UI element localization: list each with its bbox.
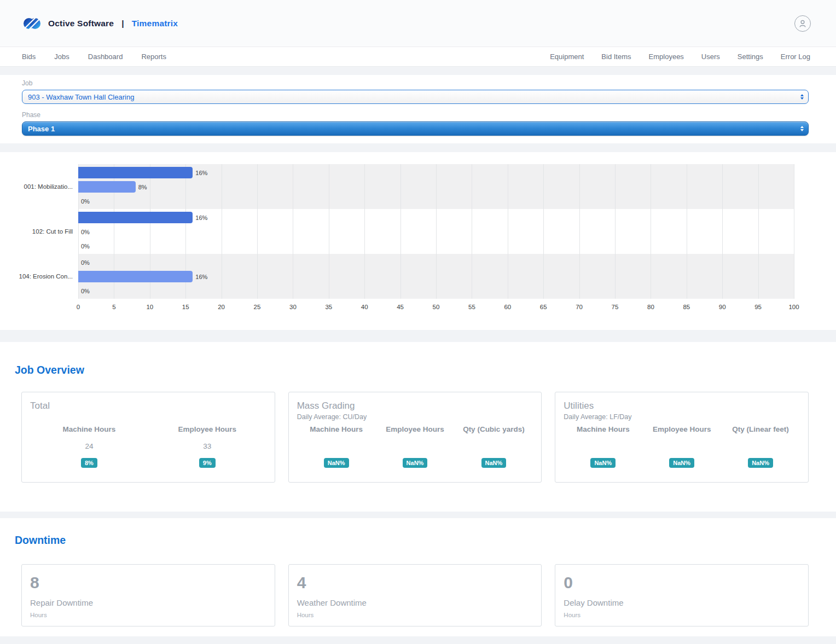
downtime-value: 8 [30, 573, 266, 591]
overview-card-subtitle [30, 413, 266, 422]
nav-left-group: BidsJobsDashboardReports [22, 53, 166, 61]
select-stepper-icon [800, 94, 804, 100]
overview-card-title: Mass Grading [297, 401, 533, 411]
downtime-card-delay-downtime: 0Delay DowntimeHours [555, 564, 809, 626]
overview-metric-employee-hours: Employee HoursNaN% [376, 425, 455, 468]
category-label: 001: Mobilizatio... [24, 164, 73, 209]
chart-plot-area: 16%8%0%16%0%0%0%16%0% [78, 164, 794, 299]
nav-item-error-log[interactable]: Error Log [781, 53, 810, 61]
job-overview-cards: TotalMachine Hours248%Employee Hours339%… [21, 392, 809, 483]
x-tick-label: 90 [719, 304, 726, 310]
phase-label: Phase [22, 111, 809, 119]
nav-item-reports[interactable]: Reports [141, 53, 166, 61]
chart-row: 0%16%0% [78, 254, 794, 299]
downtime-value: 4 [297, 573, 533, 591]
overview-metric-machine-hours: Machine HoursNaN% [564, 425, 642, 468]
metric-label: Employee Hours [642, 425, 721, 433]
chart-bar-slot: 0% [78, 226, 794, 237]
bar-value-label: 0% [81, 288, 90, 294]
chart-x-axis: 0510152025303540455055606570758085909510… [78, 304, 794, 311]
chart-bar-slot: 8% [78, 181, 794, 193]
x-tick-label: 70 [576, 304, 583, 310]
nav-item-bid-items[interactable]: Bid Items [601, 53, 631, 61]
metric-label: Qty (Linear feet) [721, 425, 800, 433]
x-tick-label: 80 [647, 304, 654, 310]
nav-item-bids[interactable]: Bids [22, 53, 36, 61]
x-tick-label: 100 [788, 304, 799, 310]
chart-bar-slot: 16% [78, 212, 794, 223]
nav-right-group: EquipmentBid ItemsEmployeesUsersSettings… [550, 53, 810, 61]
x-tick-label: 10 [146, 304, 153, 310]
chart-bar [78, 167, 193, 178]
user-avatar-button[interactable] [794, 15, 811, 32]
brand-separator: | [121, 19, 124, 28]
nav-item-settings[interactable]: Settings [738, 53, 763, 61]
brand-product: Timematrix [132, 19, 178, 28]
phase-select-value: Phase 1 [28, 125, 55, 133]
overview-metric-employee-hours: Employee HoursNaN% [642, 425, 721, 468]
overview-metric-employee-hours: Employee Hours339% [148, 425, 266, 468]
overview-card-subtitle: Daily Average: CU/Day [297, 413, 533, 422]
percent-badge: NaN% [590, 458, 616, 468]
nav-item-users[interactable]: Users [701, 53, 720, 61]
chart-row: 16%0%0% [78, 209, 794, 254]
brand-company: Octive Software [48, 19, 114, 28]
select-stepper-icon [800, 126, 804, 131]
filters-section: Job 903 - Waxhaw Town Hall Clearing Phas… [0, 75, 836, 143]
bar-value-label: 16% [195, 214, 207, 221]
bar-value-label: 16% [195, 170, 207, 176]
downtime-label: Delay Downtime [564, 598, 800, 607]
x-tick-label: 25 [254, 304, 261, 310]
bar-value-label: 0% [81, 229, 90, 235]
job-select[interactable]: 903 - Waxhaw Town Hall Clearing [22, 90, 809, 104]
chart-row: 16%8%0% [78, 164, 794, 209]
nav-item-jobs[interactable]: Jobs [54, 53, 69, 61]
phase-select[interactable]: Phase 1 [22, 121, 809, 136]
x-tick-label: 55 [468, 304, 475, 310]
main-nav: BidsJobsDashboardReports EquipmentBid It… [0, 47, 836, 67]
metric-value [642, 442, 721, 451]
metric-value [454, 442, 533, 451]
x-tick-label: 65 [540, 304, 547, 310]
bar-value-label: 0% [81, 259, 90, 266]
downtime-card-weather-downtime: 4Weather DowntimeHours [288, 564, 542, 626]
downtime-title: Downtime [15, 534, 809, 547]
nav-item-equipment[interactable]: Equipment [550, 53, 584, 61]
nav-item-employees[interactable]: Employees [649, 53, 684, 61]
job-overview-title: Job Overview [15, 364, 809, 376]
x-tick-label: 35 [325, 304, 332, 310]
downtime-label: Repair Downtime [30, 598, 266, 607]
downtime-value: 0 [564, 573, 800, 591]
bar-value-label: 0% [81, 198, 90, 205]
chart-bar [78, 271, 193, 282]
x-tick-label: 30 [289, 304, 297, 310]
percent-badge: NaN% [481, 458, 507, 468]
bar-chart: 16%8%0%16%0%0%0%16%0% 051015202530354045… [78, 164, 794, 311]
chart-bar [78, 212, 193, 223]
downtime-label: Weather Downtime [297, 598, 533, 607]
octive-logo-icon [22, 16, 43, 31]
x-tick-label: 95 [754, 304, 762, 310]
overview-card-title: Utilities [564, 401, 800, 411]
downtime-unit: Hours [30, 612, 266, 618]
x-tick-label: 0 [77, 304, 80, 310]
chart-bar [78, 181, 136, 193]
overview-card-columns: Machine HoursNaN%Employee HoursNaN%Qty (… [564, 425, 800, 468]
overview-card-utilities: UtilitiesDaily Average: LF/DayMachine Ho… [555, 392, 809, 483]
downtime-unit: Hours [564, 612, 800, 618]
overview-metric-qty-linear-feet: Qty (Linear feet)NaN% [721, 425, 800, 468]
overview-card-total: TotalMachine Hours248%Employee Hours339% [21, 392, 275, 483]
x-tick-label: 85 [683, 304, 690, 310]
bar-value-label: 0% [81, 243, 90, 250]
x-tick-label: 5 [112, 304, 115, 310]
job-select-value: 903 - Waxhaw Town Hall Clearing [28, 93, 134, 101]
progress-chart-section: 16%8%0%16%0%0%0%16%0% 051015202530354045… [0, 152, 836, 330]
nav-item-dashboard[interactable]: Dashboard [88, 53, 123, 61]
x-tick-label: 50 [433, 304, 440, 310]
chart-bar-slot: 0% [78, 240, 794, 252]
percent-badge: NaN% [748, 458, 773, 468]
percent-badge: NaN% [324, 458, 349, 468]
overview-card-mass-grading: Mass GradingDaily Average: CU/DayMachine… [288, 392, 542, 483]
overview-metric-qty-cubic-yards: Qty (Cubic yards)NaN% [454, 425, 533, 468]
overview-card-subtitle: Daily Average: LF/Day [564, 413, 800, 422]
